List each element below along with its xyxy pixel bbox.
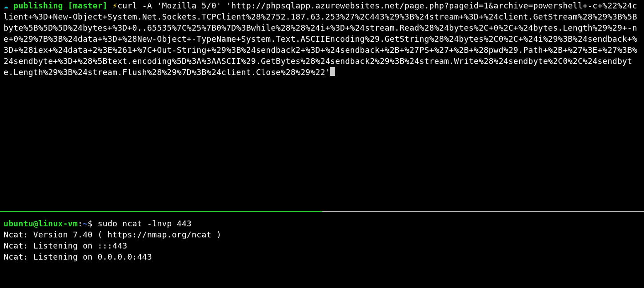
top-command-block: ☁ publishing [master] ⚡curl -A 'Mozilla … bbox=[4, 0, 640, 78]
prompt-dollar: $ bbox=[88, 219, 92, 228]
bottom-command-line: ubuntu@linux-vm:~$ sudo ncat -lnvp 443 bbox=[4, 218, 640, 229]
ncat-command: sudo ncat -lnvp 443 bbox=[98, 219, 192, 228]
ncat-output-line: Ncat: Version 7.40 ( https://nmap.org/nc… bbox=[4, 229, 640, 240]
ncat-output-line: Ncat: Listening on :::443 bbox=[4, 240, 640, 251]
directory-name: publishing bbox=[13, 1, 63, 10]
prompt-user: ubuntu bbox=[4, 219, 33, 228]
terminal-pane-bottom[interactable]: ubuntu@linux-vm:~$ sudo ncat -lnvp 443 N… bbox=[0, 212, 644, 262]
curl-command: curl -A 'Mozilla 5/0' 'http://phpsqlapp.… bbox=[4, 1, 637, 77]
cloud-icon: ☁ bbox=[4, 1, 8, 10]
prompt-host: linux-vm bbox=[38, 219, 78, 228]
prompt-at: @ bbox=[33, 219, 38, 228]
terminal-pane-top[interactable]: ☁ publishing [master] ⚡curl -A 'Mozilla … bbox=[0, 0, 644, 211]
git-branch: [master] bbox=[68, 1, 108, 10]
tmux-pane-divider-active bbox=[0, 211, 322, 212]
bolt-icon: ⚡ bbox=[112, 1, 117, 10]
prompt-path: ~ bbox=[83, 219, 88, 228]
cursor bbox=[330, 67, 335, 76]
tmux-pane-divider[interactable] bbox=[0, 211, 644, 212]
prompt-colon: : bbox=[78, 219, 83, 228]
ncat-output-line: Ncat: Listening on 0.0.0.0:443 bbox=[4, 251, 640, 262]
